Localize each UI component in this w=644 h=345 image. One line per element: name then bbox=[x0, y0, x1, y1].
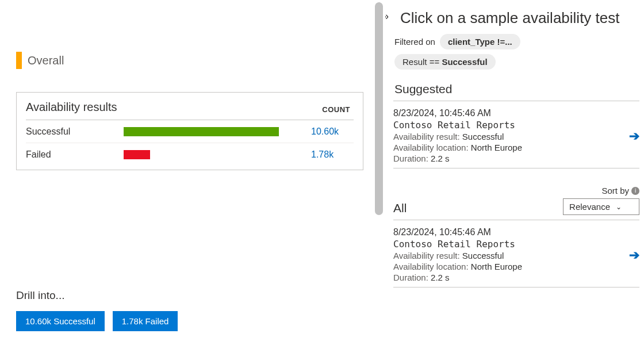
sort-value: Relevance bbox=[569, 202, 610, 212]
sort-label: Sort by i bbox=[601, 186, 639, 195]
item-result: Availability result: Successful bbox=[393, 132, 623, 141]
item-name: Contoso Retail Reports bbox=[393, 239, 623, 250]
arrow-right-icon[interactable]: ➔ bbox=[629, 129, 639, 144]
drill-title: Drill into... bbox=[16, 289, 363, 302]
result-label: Failed bbox=[26, 150, 124, 160]
left-pane: Overall Availability results COUNT Succe… bbox=[0, 0, 374, 345]
bar-failed bbox=[124, 150, 150, 159]
count-link-successful[interactable]: 10.60k bbox=[308, 126, 354, 137]
overall-label: Overall bbox=[28, 54, 64, 67]
item-duration: Duration: 2.2 s bbox=[393, 154, 623, 163]
filter-chip-result[interactable]: Result == Successful bbox=[394, 54, 496, 70]
sort-select[interactable]: Relevance ⌄ bbox=[563, 198, 639, 215]
chip-value: Successful bbox=[442, 57, 487, 67]
results-title: Availability results bbox=[26, 101, 117, 114]
scrollbar[interactable]: ▲ bbox=[374, 0, 385, 345]
result-label: Successful bbox=[26, 126, 124, 137]
bar-successful bbox=[124, 127, 279, 136]
item-duration: Duration: 2.2 s bbox=[393, 273, 623, 282]
scroll-thumb[interactable] bbox=[375, 2, 383, 215]
field-value: Successful bbox=[462, 251, 504, 260]
filter-chip-client-type[interactable]: client_Type !=... bbox=[440, 34, 520, 49]
item-location: Availability location: North Europe bbox=[393, 262, 623, 271]
divider bbox=[393, 220, 639, 220]
chip-prefix: Result == bbox=[402, 57, 442, 67]
item-name: Contoso Retail Reports bbox=[393, 120, 623, 131]
bar-cell bbox=[124, 127, 308, 136]
field-value: Successful bbox=[462, 132, 504, 141]
sort-label-text: Sort by bbox=[601, 186, 629, 195]
chip-text: client_Type !=... bbox=[448, 37, 512, 47]
results-header-row: Availability results COUNT bbox=[26, 101, 354, 120]
drill-buttons: 10.60k Successful 1.78k Failed bbox=[16, 311, 363, 331]
info-icon[interactable]: i bbox=[631, 187, 639, 195]
divider bbox=[393, 287, 639, 288]
field-label: Availability location: bbox=[393, 262, 469, 271]
filter-row-2: Result == Successful bbox=[394, 54, 639, 70]
field-value: 2.2 s bbox=[431, 154, 450, 163]
suggested-item[interactable]: 8/23/2024, 10:45:46 AM Contoso Retail Re… bbox=[393, 108, 639, 163]
item-timestamp: 8/23/2024, 10:45:46 AM bbox=[393, 227, 623, 237]
overall-accent-bar bbox=[16, 52, 22, 69]
right-pane-title: Click on a sample availability test bbox=[400, 9, 639, 27]
filter-label: Filtered on bbox=[394, 37, 435, 47]
field-label: Duration: bbox=[393, 273, 428, 282]
arrow-right-icon[interactable]: ➔ bbox=[629, 248, 639, 263]
count-link-failed[interactable]: 1.78k bbox=[308, 150, 354, 160]
divider bbox=[393, 168, 639, 168]
field-value: North Europe bbox=[471, 262, 522, 271]
chevron-down-icon: ⌄ bbox=[616, 203, 622, 211]
item-location: Availability location: North Europe bbox=[393, 143, 623, 152]
drill-failed-button[interactable]: 1.78k Failed bbox=[113, 311, 178, 331]
right-pane: » Click on a sample availability test Fi… bbox=[385, 0, 644, 345]
result-row-successful: Successful 10.60k bbox=[26, 120, 354, 143]
result-row-failed: Failed 1.78k bbox=[26, 143, 354, 166]
field-value: North Europe bbox=[471, 143, 522, 152]
count-column-header: COUNT bbox=[322, 105, 354, 114]
field-label: Availability result: bbox=[393, 132, 460, 141]
bar-cell bbox=[124, 150, 308, 159]
field-label: Duration: bbox=[393, 154, 428, 163]
availability-results-card: Availability results COUNT Successful 10… bbox=[16, 92, 363, 170]
all-header: All bbox=[393, 201, 407, 215]
field-value: 2.2 s bbox=[431, 273, 450, 282]
field-label: Availability result: bbox=[393, 251, 460, 260]
overall-header: Overall bbox=[16, 52, 363, 69]
drill-section: Drill into... 10.60k Successful 1.78k Fa… bbox=[16, 283, 363, 345]
all-header-row: All Sort by i Relevance ⌄ bbox=[393, 186, 639, 215]
suggested-header: Suggested bbox=[394, 82, 639, 96]
filter-row: Filtered on client_Type !=... bbox=[394, 34, 639, 49]
all-item[interactable]: 8/23/2024, 10:45:46 AM Contoso Retail Re… bbox=[393, 227, 639, 282]
expand-panel-icon[interactable]: » bbox=[385, 10, 389, 22]
drill-successful-button[interactable]: 10.60k Successful bbox=[16, 311, 105, 331]
field-label: Availability location: bbox=[393, 143, 469, 152]
divider bbox=[393, 101, 639, 101]
sort-block: Sort by i Relevance ⌄ bbox=[563, 186, 639, 215]
item-timestamp: 8/23/2024, 10:45:46 AM bbox=[393, 108, 623, 118]
item-result: Availability result: Successful bbox=[393, 251, 623, 260]
